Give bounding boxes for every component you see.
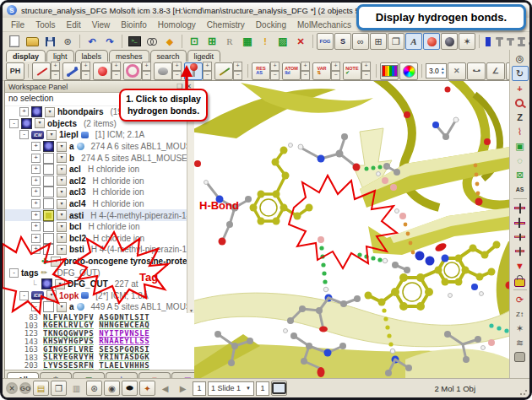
menu-homology[interactable]: Homology: [158, 20, 196, 30]
minus-button[interactable]: −: [301, 71, 310, 80]
ph-button[interactable]: PH: [6, 62, 24, 80]
grab-tool-icon[interactable]: [513, 350, 528, 364]
plus-button[interactable]: +: [233, 62, 242, 71]
chevron-down-icon[interactable]: ▾: [57, 142, 67, 152]
delete-selection-icon[interactable]: ✕: [292, 33, 309, 50]
plus-button[interactable]: +: [331, 62, 340, 71]
annotation-icon[interactable]: [81, 132, 89, 138]
menu-view[interactable]: View: [92, 20, 111, 30]
clear-selection-box-icon[interactable]: ⊠: [513, 168, 528, 181]
fullscreen-icon[interactable]: ❐: [51, 381, 67, 396]
color-palette-button[interactable]: [380, 62, 399, 80]
spray-icon[interactable]: ≋: [513, 336, 528, 349]
plus-button[interactable]: +: [81, 62, 90, 71]
slide-selector[interactable]: 1 Slide 1▼: [208, 381, 254, 396]
tab-light[interactable]: light: [46, 50, 74, 62]
fog-button[interactable]: FOG: [317, 33, 334, 50]
minus-button[interactable]: −: [172, 71, 182, 80]
clip-front-icon[interactable]: [513, 202, 528, 215]
pick-residue-icon[interactable]: ⊞: [204, 33, 220, 50]
tree-item-tags[interactable]: -tags✏(DFG_OUT): [5, 267, 187, 278]
expand-toggle-icon[interactable]: +: [31, 142, 41, 151]
zoom-tool-icon[interactable]: [513, 96, 528, 110]
expand-toggle-icon[interactable]: +: [31, 222, 41, 231]
menu-file[interactable]: File: [11, 20, 24, 30]
tree-item-bsti[interactable]: +▾bstiH 4-(4-methyl-piperazin-1-y: [5, 244, 187, 256]
menu-bioinfo[interactable]: Bioinfo: [121, 20, 147, 30]
expand-toggle-icon[interactable]: -: [9, 119, 19, 128]
ball-rep-button[interactable]: [93, 62, 111, 80]
stack-pin-icon[interactable]: [505, 38, 515, 46]
chevron-down-icon[interactable]: ▾: [35, 118, 45, 128]
tree-item-bcl2[interactable]: +▾bcl2H chloride ion: [5, 233, 187, 245]
stereo-glasses-icon[interactable]: ∞: [352, 33, 369, 50]
chevron-down-icon[interactable]: ▾: [57, 245, 67, 255]
chevron-down-icon[interactable]: ▾: [46, 290, 57, 300]
open-file-icon[interactable]: [24, 33, 41, 50]
dark-sphere-button[interactable]: [441, 33, 458, 50]
color-wheel-button[interactable]: [399, 62, 418, 80]
chevron-down-icon[interactable]: ▾: [57, 153, 67, 163]
expand-toggle-icon[interactable]: +: [31, 165, 41, 174]
workspace-toggle-icon[interactable]: ▤: [33, 381, 49, 396]
spin-down-icon[interactable]: ▼: [441, 71, 445, 75]
residue-letter-icon[interactable]: R: [221, 33, 238, 50]
chevron-down-icon[interactable]: ▾: [57, 302, 67, 312]
menu-tools[interactable]: Tools: [35, 20, 55, 30]
tree-item-acl4[interactable]: +▾acl4H chloride ion: [5, 198, 187, 210]
plus-button[interactable]: +: [142, 62, 151, 71]
tree-item-acl2[interactable]: +▾acl2H chloride ion: [5, 176, 187, 187]
display-checkbox[interactable]: [43, 176, 54, 186]
chevron-down-icon[interactable]: ▾: [57, 187, 67, 197]
chevron-down-icon[interactable]: ▾: [57, 199, 67, 209]
display-checkbox[interactable]: [43, 233, 54, 244]
ribbon-rep-button[interactable]: [123, 62, 142, 80]
menu-chemistry[interactable]: Chemistry: [207, 20, 245, 30]
display-checkbox[interactable]: [43, 186, 54, 197]
chevron-down-icon[interactable]: ▾: [55, 279, 65, 289]
magic-wand-icon[interactable]: ✶: [459, 33, 475, 50]
lock-icon[interactable]: [513, 273, 528, 287]
display-checkbox[interactable]: [41, 278, 52, 289]
full-window-icon[interactable]: ❐: [388, 33, 404, 50]
expand-toggle-icon[interactable]: +: [31, 211, 41, 220]
chevron-down-icon[interactable]: ▾: [45, 107, 55, 117]
expand-toggle-icon[interactable]: -: [19, 130, 29, 139]
tree-item-proto-oncogene-tyrosine-protein-kin[interactable]: ✤▾proto-oncogene tyrosine-protein kin: [5, 256, 187, 268]
plus-button[interactable]: +: [172, 62, 182, 71]
display-checkbox[interactable]: [43, 164, 54, 175]
expand-toggle-icon[interactable]: +: [31, 199, 41, 208]
menu-edit[interactable]: Edit: [66, 20, 80, 30]
display-checkbox[interactable]: [43, 153, 54, 164]
table-edit-icon[interactable]: ▨: [274, 33, 291, 50]
chevron-down-icon[interactable]: ▾: [57, 210, 67, 220]
annotation-icon[interactable]: [81, 292, 89, 299]
record-icon[interactable]: ◎: [513, 51, 528, 65]
level-spinner[interactable]: 3.0▲▼: [426, 63, 447, 78]
tile-windows-icon[interactable]: ⊞: [370, 33, 387, 50]
display-checkbox[interactable]: [43, 198, 54, 209]
tree-item-dfg-out[interactable]: └▾DFG_OUT227 at: [5, 278, 187, 290]
wire-rep-button[interactable]: [32, 62, 51, 80]
as-selection-label[interactable]: AS: [513, 182, 528, 196]
minus-button[interactable]: −: [270, 71, 280, 80]
tree-item-1opk[interactable]: -ICM▾1opk[2*] ICM; 1.8Å: [5, 290, 187, 302]
z-order-icon[interactable]: Z↕: [513, 307, 528, 321]
tree-item-b[interactable]: +▾b274 A 5 sites ABL1_MOUSE: [5, 152, 187, 164]
display-checkbox[interactable]: [43, 141, 54, 152]
effects-icon[interactable]: ✦: [139, 381, 155, 396]
lasso-select-icon[interactable]: ⌇: [513, 125, 528, 138]
variable-label-button[interactable]: VAR⇅: [312, 62, 331, 80]
rotate-tool-icon[interactable]: ↻: [512, 66, 529, 81]
tree-item-a[interactable]: +▾a274 A 6 sites ABL1_MOUSE: [5, 141, 187, 153]
red-sphere-button[interactable]: [423, 33, 440, 50]
minus-button[interactable]: −: [111, 71, 121, 80]
expand-toggle-icon[interactable]: +: [31, 187, 41, 197]
expand-toggle-icon[interactable]: +: [31, 176, 41, 186]
icm-object-icon[interactable]: ICM: [31, 131, 44, 139]
xstick-rep-button[interactable]: [214, 62, 233, 80]
lasso-green-icon[interactable]: ◌: [513, 154, 528, 167]
sequence-block[interactable]: TLAELVHHHS: [99, 362, 149, 370]
sequence-block[interactable]: LYVSSESRFN: [43, 362, 94, 370]
menu-molmechanics[interactable]: MolMechanics: [297, 20, 351, 30]
